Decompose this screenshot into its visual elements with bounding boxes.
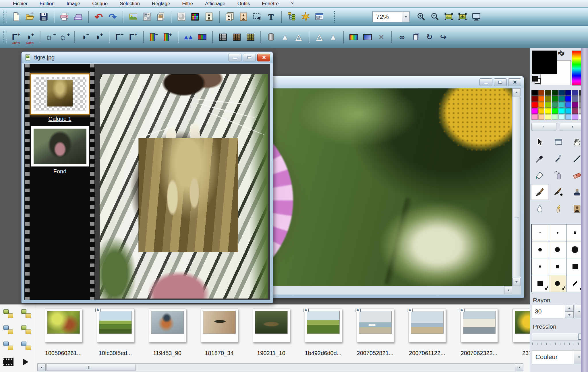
tiger-photo-canvas[interactable] [100, 74, 268, 299]
explorer-item[interactable]: 190211_10 [245, 309, 297, 363]
photo-thumbnail[interactable] [149, 309, 186, 342]
palette-color-swatch[interactable] [531, 96, 538, 102]
brush-shape-square[interactable] [549, 258, 566, 275]
palette-color-swatch[interactable] [531, 108, 538, 114]
menu-outils[interactable]: Outils [231, 0, 256, 7]
photo-auto-button[interactable] [202, 9, 216, 24]
layer-calque1[interactable] [31, 75, 89, 114]
swap-colors-icon[interactable]: ⇄ [556, 48, 566, 59]
brush-shape-dot[interactable] [532, 241, 549, 258]
scroll-down-button[interactable] [512, 278, 521, 286]
photo-thumbnail[interactable] [201, 309, 238, 342]
scroll-right-button[interactable] [515, 364, 523, 371]
search-button[interactable]: ∞ [395, 28, 409, 46]
palette-color-swatch[interactable] [545, 102, 551, 108]
foreground-color-swatch[interactable] [532, 51, 557, 74]
scrollbar-thumb[interactable] [513, 97, 521, 277]
auto-contrast-button[interactable]: ◑+AUTO [23, 28, 37, 46]
radius-input[interactable]: 30 [532, 305, 565, 318]
layer-fond[interactable] [31, 126, 89, 166]
palette-color-swatch[interactable] [531, 90, 538, 96]
rotate-90-button[interactable]: ↻ [423, 28, 436, 46]
smudge-tool[interactable] [549, 200, 568, 217]
photo-thumbnail[interactable] [512, 309, 530, 342]
selection-button[interactable] [250, 9, 264, 24]
soften-button[interactable]: ▲ [278, 28, 292, 46]
canvas-size-button[interactable] [140, 9, 154, 24]
palette-color-swatch[interactable] [552, 90, 558, 96]
palette-color-swatch[interactable] [538, 96, 545, 102]
minimize-button[interactable] [479, 78, 492, 86]
explorer-item[interactable]: E10fc30f5ed... [89, 309, 141, 363]
zoom-out-button[interactable] [428, 9, 442, 24]
hue-variation-button[interactable]: ▲▲ [181, 28, 195, 46]
fullscreen-button[interactable] [469, 9, 483, 24]
toolbar-grip[interactable] [3, 31, 7, 43]
layer-label[interactable]: Calque 1 [24, 116, 95, 122]
photo-thumbnail[interactable] [45, 309, 82, 342]
vertical-scrollbar[interactable] [512, 88, 521, 286]
mosaic-button[interactable]: × [374, 28, 388, 46]
photo-thumbnail[interactable] [253, 309, 290, 342]
advanced-brush-tool[interactable] [549, 184, 568, 200]
text-button[interactable]: T [264, 9, 278, 24]
palette-color-swatch[interactable] [572, 114, 578, 120]
photo-thumbnail[interactable]: E [357, 309, 394, 342]
menu-calque[interactable]: Calque [86, 0, 114, 7]
explorer-item[interactable]: 119453_90 [141, 309, 193, 363]
maximize-button[interactable] [243, 54, 256, 61]
explorer-tree-button[interactable] [285, 9, 299, 24]
menu-reglage[interactable]: Réglage [146, 0, 176, 7]
zoom-level-dropdown[interactable]: 72% [372, 11, 410, 22]
browser-window-button[interactable] [312, 9, 326, 24]
photo-thumbnail[interactable]: E [305, 309, 342, 342]
gray-filter-button[interactable] [216, 28, 230, 46]
copy-pages-button[interactable] [409, 28, 423, 46]
explorer-item[interactable]: 1005060261... [37, 309, 89, 363]
palette-color-swatch[interactable] [552, 102, 558, 108]
menu-fenetre[interactable]: Fenêtre [256, 0, 285, 7]
maximize-button[interactable] [494, 78, 507, 86]
folder-add-button[interactable] [20, 324, 32, 336]
palette-color-swatch[interactable] [538, 102, 545, 108]
color-variation-button[interactable] [195, 28, 209, 46]
fit-image-button[interactable] [442, 9, 456, 24]
tree-copy-button[interactable] [2, 308, 14, 319]
explorer-item[interactable]: E2007061122... [401, 309, 453, 363]
scroll-right-button[interactable] [504, 286, 512, 294]
arrow-tool[interactable] [531, 134, 549, 150]
toolbar-grip[interactable] [3, 11, 7, 23]
sharpen-button[interactable]: △ [312, 28, 326, 46]
fit-window-button[interactable] [456, 9, 469, 24]
palette-color-swatch[interactable] [558, 96, 565, 102]
open-button[interactable] [23, 9, 37, 24]
selection-add-button[interactable] [20, 340, 32, 352]
palette-color-swatch[interactable] [552, 96, 558, 102]
undo-button[interactable]: ↶ [92, 9, 106, 24]
photo-thumbnail[interactable]: E [409, 309, 446, 342]
tiger-image-window[interactable]: tigre.jpg Calque 1 Fond [21, 51, 273, 303]
saturation-plus-button[interactable]: + [161, 28, 175, 46]
filmstrip-view-button[interactable] [2, 356, 14, 368]
photo-thumbnail[interactable]: E [461, 309, 498, 342]
scrollbar-thumb[interactable] [46, 364, 136, 371]
photomasque-button[interactable] [299, 9, 312, 24]
minimize-button[interactable] [229, 54, 241, 61]
blue-gradient-button[interactable] [361, 28, 374, 46]
zoom-in-button[interactable] [414, 9, 428, 24]
close-button[interactable] [508, 78, 521, 86]
explorer-item[interactable]: 2373... [505, 309, 530, 363]
palette-color-swatch[interactable] [565, 96, 572, 102]
magic-wand-tool[interactable] [549, 150, 568, 167]
gamma-plus-button[interactable]: Γ+ [126, 28, 140, 46]
palette-color-swatch[interactable] [558, 90, 565, 96]
close-button[interactable] [257, 54, 270, 61]
scan-button[interactable] [71, 9, 85, 24]
palette-color-swatch[interactable] [531, 102, 538, 108]
contrast-minus-button[interactable]: ◑− [78, 28, 92, 46]
palette-color-swatch[interactable] [538, 114, 545, 120]
palette-previous-button[interactable] [531, 123, 556, 131]
explorer-item[interactable]: E2007062322... [453, 309, 505, 363]
brightness-minus-button[interactable]: ☼− [44, 28, 57, 46]
menu-edition[interactable]: Edition [34, 0, 61, 7]
